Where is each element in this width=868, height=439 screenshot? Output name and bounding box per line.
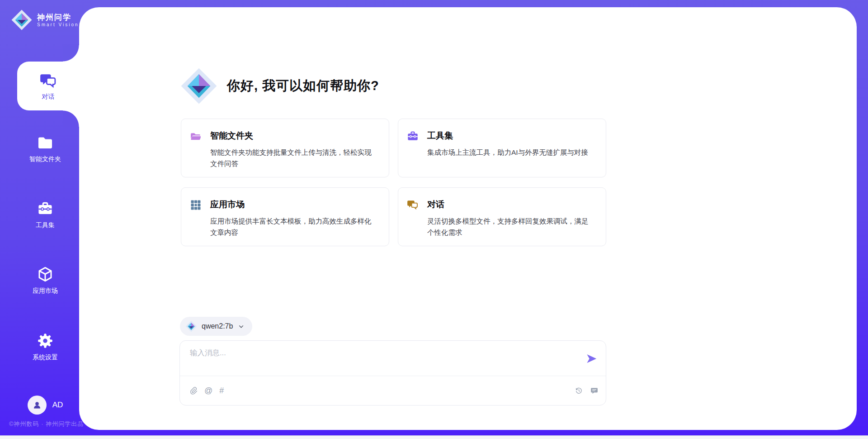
user-icon <box>32 400 42 410</box>
card-body: 工具集 集成市场上主流工具，助力AI与外界无缝扩展与对接 <box>427 129 590 177</box>
model-name: qwen2:7b <box>202 322 233 330</box>
sidebar-item-toolset[interactable]: 工具集 <box>11 200 79 229</box>
card-desc: 集成市场上主流工具，助力AI与外界无缝扩展与对接 <box>427 147 590 158</box>
card-smart-folder[interactable]: 智能文件夹 智能文件夹功能支持批量文件上传与清洗，轻松实现文件问答 <box>181 119 389 177</box>
card-body: 应用市场 应用市场提供丰富长文本模板，助力高效生成多样化文章内容 <box>210 198 379 246</box>
sidebar-item-label: 智能文件夹 <box>29 155 61 163</box>
active-tab-bottom-notch <box>63 110 79 127</box>
sidebar-item-app-market[interactable]: 应用市场 <box>11 266 79 295</box>
chat-icon <box>39 72 58 91</box>
card-body: 对话 灵活切换多模型文件，支持多样回复效果调试，满足个性化需求 <box>427 198 596 246</box>
brand-logo-block: 神州问学 Smart Vision <box>11 9 79 31</box>
sidebar-item-chat[interactable]: 对话 <box>17 62 79 110</box>
sidebar-item-label: 对话 <box>42 93 55 101</box>
card-desc: 智能文件夹功能支持批量文件上传与清洗，轻松实现文件问答 <box>210 147 379 169</box>
sidebar-item-label: 系统设置 <box>33 353 58 362</box>
sessions-icon[interactable] <box>590 387 599 395</box>
avatar <box>28 396 47 415</box>
grid-icon <box>189 199 202 211</box>
chevron-down-icon <box>237 323 245 330</box>
message-composer: @ # <box>179 340 606 406</box>
feature-cards-grid: 智能文件夹 智能文件夹功能支持批量文件上传与清洗，轻松实现文件问答 工具集 集成… <box>181 119 606 246</box>
mention-icon[interactable]: @ <box>204 387 212 395</box>
hash-icon[interactable]: # <box>219 387 224 395</box>
brand-gem-icon <box>11 9 33 31</box>
greeting-block: 你好, 我可以如何帮助你? <box>180 67 379 105</box>
card-body: 智能文件夹 智能文件夹功能支持批量文件上传与清洗，轻松实现文件问答 <box>210 129 379 177</box>
card-desc: 应用市场提供丰富长文本模板，助力高效生成多样化文章内容 <box>210 215 379 238</box>
message-input[interactable] <box>189 347 575 374</box>
sidebar-item-smart-folder[interactable]: 智能文件夹 <box>11 134 79 163</box>
card-chat[interactable]: 对话 灵活切换多模型文件，支持多样回复效果调试，满足个性化需求 <box>398 187 606 246</box>
paperclip-icon[interactable] <box>189 387 198 395</box>
open-folder-icon <box>189 130 202 143</box>
composer-toolbar: @ # <box>189 376 599 405</box>
folder-icon <box>37 134 54 151</box>
copyright-footer: ©神州数码 · 神州问学出品 <box>9 420 84 428</box>
toolbox-icon <box>37 200 54 217</box>
app-root: 神州问学 Smart Vision 对话 智能文件夹 工具集 应用市场 系统设置… <box>0 0 868 439</box>
card-title: 智能文件夹 <box>210 129 379 142</box>
card-toolset[interactable]: 工具集 集成市场上主流工具，助力AI与外界无缝扩展与对接 <box>398 119 606 177</box>
sidebar-item-label: 工具集 <box>36 221 55 229</box>
sidebar-item-settings[interactable]: 系统设置 <box>11 332 79 362</box>
toolbox-icon <box>406 130 419 143</box>
brand-subtitle: Smart Vision <box>37 22 79 27</box>
cube-icon <box>37 266 54 283</box>
greeting-title: 你好, 我可以如何帮助你? <box>227 77 379 95</box>
gear-icon <box>37 332 54 349</box>
card-app-market[interactable]: 应用市场 应用市场提供丰富长文本模板，助力高效生成多样化文章内容 <box>181 187 389 246</box>
sidebar-item-label: 应用市场 <box>33 287 58 295</box>
active-tab-top-notch <box>63 45 79 62</box>
card-desc: 灵活切换多模型文件，支持多样回复效果调试，满足个性化需求 <box>427 215 596 238</box>
horizontal-scrollbar-track[interactable] <box>0 435 868 439</box>
history-icon[interactable] <box>575 387 583 395</box>
logo-gem-icon <box>185 320 197 332</box>
card-title: 对话 <box>427 198 596 211</box>
send-icon[interactable] <box>585 353 598 365</box>
user-name: AD <box>52 401 63 410</box>
model-selector[interactable]: qwen2:7b <box>180 317 252 336</box>
user-account-row[interactable]: AD <box>11 396 79 415</box>
brand-name: 神州问学 <box>37 13 79 22</box>
logo-gem-icon <box>180 67 218 105</box>
card-title: 工具集 <box>427 129 590 142</box>
chat-icon <box>406 199 419 211</box>
card-title: 应用市场 <box>210 198 379 211</box>
